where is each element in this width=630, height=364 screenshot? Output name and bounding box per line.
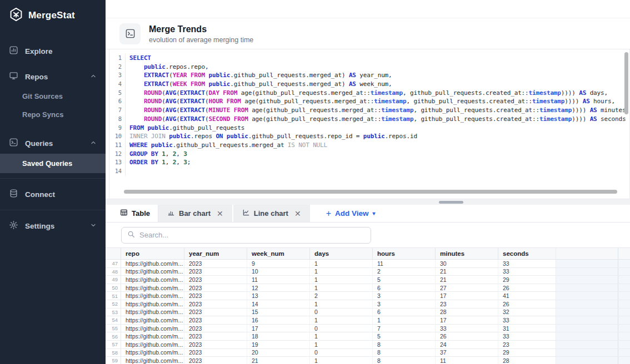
- table-row[interactable]: 51https://github.com/m...202313231741: [106, 292, 630, 300]
- app-title: MergeStat: [28, 10, 75, 21]
- tab-line-chart[interactable]: Line chart ✕: [233, 205, 310, 222]
- filler-cell: [618, 349, 630, 357]
- filler-cell: [618, 325, 630, 332]
- table-row[interactable]: 56https://github.com/m...202318152633: [106, 332, 630, 341]
- search-row: [106, 223, 630, 247]
- tab-bar-chart[interactable]: Bar chart ✕: [158, 205, 232, 222]
- table-row[interactable]: 59https://github.com/m...202321181128: [106, 357, 630, 364]
- week-num-cell: 12: [247, 284, 309, 292]
- filler-cell: [556, 276, 618, 284]
- code-line[interactable]: 7 ROUND(AVG(EXTRACT(MINUTE FROM age(gith…: [109, 106, 629, 115]
- add-view-button[interactable]: + Add View ▾: [318, 205, 383, 222]
- code-text: public.repos.repo,: [126, 63, 208, 72]
- code-line[interactable]: 6 ROUND(AVG(EXTRACT(HOUR FROM age(github…: [109, 97, 629, 106]
- sidebar-item-explore[interactable]: Explore: [0, 41, 106, 62]
- filler-header: [618, 248, 630, 259]
- code-line[interactable]: 13ORDER BY 1, 2, 3;: [109, 158, 629, 167]
- week-num-cell: 20: [247, 349, 309, 357]
- minutes-cell: 17: [435, 292, 498, 300]
- year-num-cell: 2023: [184, 341, 247, 348]
- table-row[interactable]: 49https://github.com/m...202311152129: [106, 276, 630, 284]
- close-icon[interactable]: ✕: [217, 209, 223, 218]
- close-icon[interactable]: ✕: [294, 209, 301, 218]
- search-box[interactable]: [121, 227, 371, 244]
- tab-label: Line chart: [254, 209, 288, 218]
- code-text: ROUND(AVG(EXTRACT(MINUTE FROM age(github…: [126, 106, 629, 115]
- row-index: 50: [106, 284, 121, 292]
- code-text: INNER JOIN public.repos ON public.github…: [126, 132, 417, 141]
- code-line[interactable]: 3 EXTRACT(YEAR FROM public.github_pull_r…: [109, 71, 629, 80]
- table-row[interactable]: 57https://github.com/m...202319182423: [106, 341, 630, 349]
- sidebar-item-label: Repos: [25, 73, 48, 81]
- sidebar-item-connect[interactable]: Connect: [0, 184, 106, 205]
- sidebar-item-label: Settings: [25, 222, 54, 230]
- sidebar-item-saved-queries[interactable]: Saved Queries: [0, 154, 106, 173]
- hours-cell: 8: [372, 357, 435, 364]
- search-input[interactable]: [139, 231, 365, 239]
- main-content: Merge Trends evolution of average mergin…: [106, 0, 630, 364]
- code-text: SELECT: [126, 54, 151, 63]
- seconds-cell: 29: [498, 349, 556, 357]
- sql-editor[interactable]: 1SELECT2 public.repos.repo,3 EXTRACT(YEA…: [109, 49, 630, 199]
- table-row[interactable]: 58https://github.com/m...202320083729: [106, 349, 630, 357]
- code-text: ROUND(AVG(EXTRACT(SECOND FROM age(github…: [126, 115, 626, 124]
- table-row[interactable]: 52https://github.com/m...202314132326: [106, 300, 630, 309]
- table-row[interactable]: 53https://github.com/m...202315062832: [106, 309, 630, 317]
- year-num-cell: 2023: [184, 284, 247, 292]
- code-line[interactable]: 12GROUP BY 1, 2, 3: [109, 150, 629, 159]
- row-index: 58: [106, 349, 121, 357]
- resize-handle[interactable]: [439, 201, 463, 204]
- row-index: 51: [106, 292, 121, 300]
- code-line[interactable]: 10INNER JOIN public.repos ON public.gith…: [109, 132, 629, 141]
- mergestat-logo[interactable]: MergeStat: [0, 0, 106, 31]
- top-strip: [106, 0, 630, 18]
- code-line[interactable]: 2 public.repos.repo,: [109, 63, 629, 72]
- plus-icon: +: [326, 209, 331, 219]
- table-row[interactable]: 54https://github.com/m...202316111733: [106, 316, 630, 325]
- sidebar-item-settings[interactable]: Settings: [0, 215, 106, 236]
- filler-cell: [618, 341, 630, 348]
- line-number: 3: [109, 71, 126, 80]
- vertical-scrollbar[interactable]: [624, 52, 628, 114]
- chevron-down-icon[interactable]: [90, 222, 97, 230]
- sidebar-item-repos[interactable]: Repos: [0, 66, 106, 87]
- code-line[interactable]: 1SELECT: [109, 54, 629, 63]
- code-line[interactable]: 9FROM public.github_pull_requests: [109, 124, 629, 133]
- table-row[interactable]: 48https://github.com/m...202310122133: [106, 268, 630, 276]
- sidebar-item-repo-syncs[interactable]: Repo Syncs: [0, 105, 106, 124]
- code-lines: 1SELECT2 public.repos.repo,3 EXTRACT(YEA…: [109, 54, 629, 176]
- sidebar-item-label: Queries: [25, 139, 53, 148]
- horizontal-scrollbar[interactable]: [124, 190, 617, 194]
- row-index: 56: [106, 332, 121, 340]
- week-num-cell: 21: [247, 357, 309, 364]
- chevron-up-icon[interactable]: [90, 73, 97, 81]
- repo-cell: https://github.com/m...: [121, 357, 184, 364]
- terminal-icon: [9, 138, 18, 149]
- code-line[interactable]: 14: [109, 167, 629, 176]
- view-tabbar: Table Bar chart ✕ Line chart ✕ + Add Vie…: [106, 205, 630, 223]
- repo-cell: https://github.com/m...: [121, 341, 184, 348]
- tab-table[interactable]: Table: [106, 205, 158, 222]
- row-index: 49: [106, 276, 121, 284]
- code-line[interactable]: 8 ROUND(AVG(EXTRACT(SECOND FROM age(gith…: [109, 115, 629, 124]
- days-cell: 1: [309, 341, 372, 348]
- filler-cell: [556, 309, 618, 316]
- code-line[interactable]: 11WHERE public.github_pull_requests.merg…: [109, 141, 629, 150]
- seconds-cell: 31: [498, 325, 556, 332]
- minutes-cell: 21: [435, 268, 498, 276]
- column-header-hours: hours: [372, 248, 435, 259]
- chevron-up-icon[interactable]: [90, 139, 97, 148]
- sidebar-item-queries[interactable]: Queries: [0, 133, 106, 154]
- code-line[interactable]: 4 EXTRACT(WEEK FROM public.github_pull_r…: [109, 80, 629, 89]
- code-line[interactable]: 5 ROUND(AVG(EXTRACT(DAY FROM age(github_…: [109, 89, 629, 98]
- days-cell: 1: [309, 300, 372, 308]
- query-terminal-icon: [119, 23, 141, 44]
- table-row[interactable]: 47https://github.com/m...202391113033: [106, 260, 630, 268]
- sidebar-item-git-sources[interactable]: Git Sources: [0, 87, 106, 105]
- week-num-cell: 14: [247, 300, 309, 308]
- line-number: 5: [109, 89, 126, 98]
- table-row[interactable]: 55https://github.com/m...202317073331: [106, 325, 630, 333]
- table-row[interactable]: 50https://github.com/m...202312162726: [106, 284, 630, 292]
- year-num-cell: 2023: [184, 260, 247, 267]
- seconds-cell: 26: [498, 300, 556, 308]
